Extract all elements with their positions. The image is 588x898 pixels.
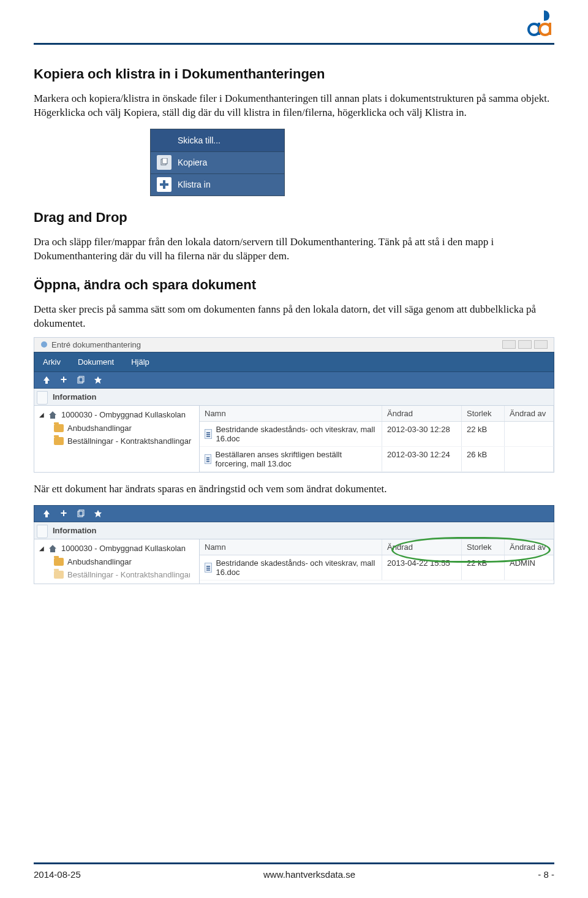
- up-arrow-icon[interactable]: [42, 375, 51, 385]
- svg-rect-5: [162, 158, 167, 164]
- tree-folder-label: Anbudshandlingar: [67, 557, 132, 566]
- folder-tree: ◢ 1000030 - Ombyggnad Kullaskolan Anbuds…: [34, 406, 200, 472]
- plus-icon[interactable]: +: [59, 509, 69, 519]
- tree-folder-label: Beställningar - Kontraktshandlingar: [67, 436, 191, 446]
- table-row[interactable]: Bestridande skadestånds- och viteskrav, …: [200, 555, 554, 580]
- home-icon: [48, 544, 58, 554]
- minimize-button[interactable]: [502, 340, 516, 349]
- info-label: Information: [53, 392, 97, 401]
- info-label: Information: [53, 526, 97, 535]
- document-icon: [205, 454, 211, 464]
- dropdown-tab-icon[interactable]: [37, 525, 48, 538]
- file-size: 22 kB: [462, 422, 505, 446]
- copy-icon[interactable]: [76, 509, 86, 519]
- file-by: [505, 422, 554, 446]
- file-name: Bestridande skadestånds- och viteskrav, …: [216, 558, 377, 577]
- file-by: [505, 447, 554, 471]
- blank-icon: [157, 133, 172, 148]
- tree-folder[interactable]: Beställningar - Kontraktshandlingar: [38, 568, 195, 581]
- folder-icon: [54, 424, 64, 432]
- document-icon: [205, 563, 212, 573]
- context-menu-item-kopiera[interactable]: Kopiera: [151, 151, 284, 173]
- copy-icon[interactable]: [76, 375, 86, 385]
- col-changed-by[interactable]: Ändrad av: [505, 406, 554, 421]
- file-size: 22 kB: [462, 555, 505, 580]
- context-menu: Skicka till... Kopiera Klistra in: [150, 129, 285, 196]
- col-name[interactable]: Namn: [200, 539, 382, 555]
- folder-icon: [54, 571, 64, 579]
- folder-icon: [54, 558, 64, 566]
- tree-folder[interactable]: Beställningar - Kontraktshandlingar: [38, 435, 195, 447]
- menu-arkiv[interactable]: Arkiv: [43, 357, 61, 367]
- context-menu-label: Kopiera: [178, 158, 207, 167]
- tree-root[interactable]: ◢ 1000030 - Ombyggnad Kullaskolan: [38, 542, 195, 555]
- context-menu-item-klistra[interactable]: Klistra in: [151, 173, 284, 196]
- footer-url: www.hantverksdata.se: [263, 869, 355, 880]
- star-icon[interactable]: [93, 375, 103, 385]
- app-icon: [40, 341, 48, 348]
- col-name[interactable]: Namn: [200, 406, 382, 421]
- document-icon: [205, 429, 212, 439]
- footer-date: 2014-08-25: [34, 869, 81, 880]
- col-modified[interactable]: Ändrad: [382, 539, 462, 555]
- tree-root[interactable]: ◢ 1000030 - Ombyggnad Kullaskolan: [38, 408, 195, 422]
- menu-bar: Arkiv Dokument Hjälp: [34, 352, 554, 372]
- heading-oppna: Öppna, ändra och spara dokument: [34, 277, 554, 293]
- svg-rect-9: [78, 378, 83, 383]
- context-menu-label: Klistra in: [178, 180, 211, 189]
- close-button[interactable]: [534, 340, 548, 349]
- para-2: Dra och släpp filer/mappar från den loka…: [34, 235, 554, 264]
- file-table: Namn Ändrad Storlek Ändrad av Bestridand…: [200, 406, 554, 472]
- toolbar: +: [34, 505, 554, 522]
- star-icon[interactable]: [93, 509, 103, 519]
- file-size: 26 kB: [462, 447, 505, 471]
- home-icon: [48, 410, 58, 420]
- info-panel-header[interactable]: Information: [34, 389, 554, 406]
- dropdown-tab-icon[interactable]: [37, 391, 48, 405]
- menu-hjalp[interactable]: Hjälp: [131, 357, 149, 367]
- table-row[interactable]: Bestridande skadestånds- och viteskrav, …: [200, 422, 554, 447]
- up-arrow-icon[interactable]: [42, 509, 51, 519]
- para-4: När ett dokument har ändrats sparas en ä…: [34, 482, 554, 497]
- tree-root-label: 1000030 - Ombyggnad Kullaskolan: [61, 410, 186, 419]
- file-modified: 2012-03-30 12:28: [382, 422, 462, 446]
- col-modified[interactable]: Ändrad: [382, 406, 462, 421]
- window-title: Entré dokumenthantering: [51, 340, 141, 349]
- col-size[interactable]: Storlek: [462, 539, 505, 555]
- collapse-icon[interactable]: ◢: [39, 411, 44, 418]
- tree-folder[interactable]: Anbudshandlingar: [38, 422, 195, 435]
- page-footer: 2014-08-25 www.hantverksdata.se - 8 -: [34, 862, 554, 880]
- tree-folder[interactable]: Anbudshandlingar: [38, 555, 195, 568]
- maximize-button[interactable]: [518, 340, 532, 349]
- folder-icon: [54, 437, 64, 445]
- menu-dokument[interactable]: Dokument: [78, 357, 114, 367]
- tree-root-label: 1000030 - Ombyggnad Kullaskolan: [61, 544, 186, 553]
- copy-icon: [157, 155, 172, 170]
- file-name: Beställaren anses skriftligen beställt f…: [215, 450, 377, 468]
- heading-drag-drop: Drag and Drop: [34, 210, 554, 226]
- tree-folder-label: Anbudshandlingar: [67, 424, 132, 433]
- col-size[interactable]: Storlek: [462, 406, 505, 421]
- svg-rect-12: [79, 510, 84, 516]
- table-row[interactable]: Beställaren anses skriftligen beställt f…: [200, 447, 554, 472]
- file-by: ADMIN: [505, 555, 554, 580]
- folder-tree: ◢ 1000030 - Ombyggnad Kullaskolan Anbuds…: [34, 539, 200, 584]
- context-menu-label: Skicka till...: [178, 135, 221, 145]
- plus-icon[interactable]: +: [59, 375, 69, 385]
- tree-folder-label: Beställningar - Kontraktshandlingar: [67, 570, 190, 579]
- svg-rect-7: [160, 183, 168, 186]
- window-titlebar: Entré dokumenthantering: [34, 337, 554, 352]
- svg-rect-11: [78, 511, 83, 517]
- toolbar: +: [34, 372, 554, 389]
- col-changed-by[interactable]: Ändrad av: [505, 539, 554, 555]
- file-table: Namn Ändrad Storlek Ändrad av Bestridand…: [200, 539, 554, 584]
- svg-rect-10: [79, 376, 84, 382]
- app-screenshot-2: + Information ◢ 1000030 - Ombyggnad Kull…: [34, 505, 554, 584]
- footer-page: - 8 -: [538, 869, 554, 880]
- info-panel-header[interactable]: Information: [34, 522, 554, 539]
- company-logo: [527, 9, 551, 37]
- collapse-icon[interactable]: ◢: [39, 545, 44, 552]
- file-name: Bestridande skadestånds- och viteskrav, …: [216, 425, 377, 443]
- context-menu-item-skicka[interactable]: Skicka till...: [151, 129, 284, 151]
- file-modified: 2013-04-22 15:55: [382, 555, 462, 580]
